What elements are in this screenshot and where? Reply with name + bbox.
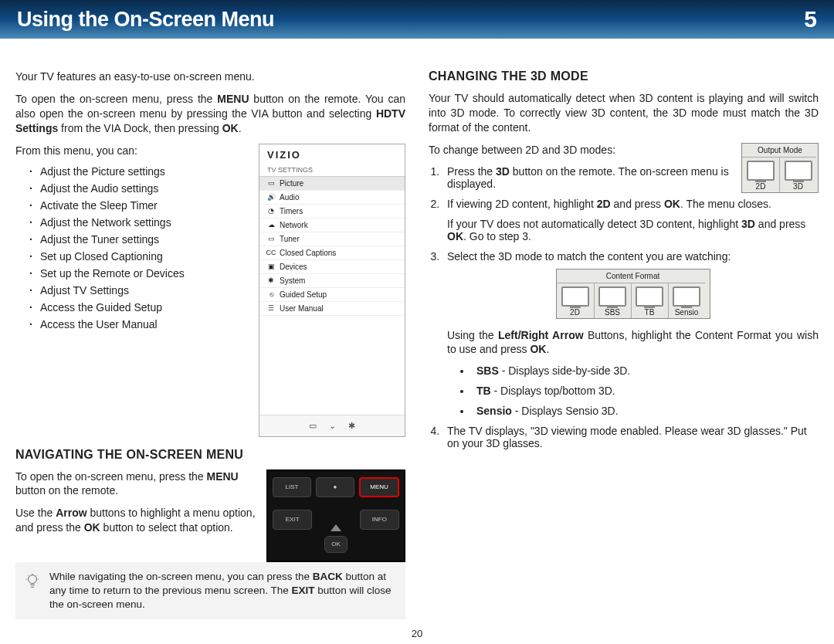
chapter-number: 5 (804, 6, 817, 32)
list-item: Activate the Sleep Timer (29, 199, 405, 212)
vizio-footer: ▭ ⌄ ✱ (259, 415, 405, 436)
remote-illustration: LIST ● MENU EXIT INFO OK (266, 469, 405, 562)
tv-icon (561, 286, 589, 307)
format-descriptions: SBS - Displays side-by-side 3D. TB - Dis… (447, 364, 819, 417)
lightbulb-icon (23, 571, 42, 590)
intro-text: Your TV features an easy-to-use on-scree… (15, 69, 405, 84)
using-arrows: Using the Left/Right Arrow Buttons, high… (447, 328, 819, 358)
list-item: Sensio - Displays Sensio 3D. (472, 405, 819, 417)
step-3: Select the 3D mode to match the content … (442, 250, 819, 418)
format-sbs: SBS (594, 283, 631, 318)
remote-up-arrow-icon (331, 524, 341, 531)
footer-wide-icon: ▭ (309, 421, 317, 431)
remote-rec-button: ● (316, 477, 354, 497)
list-item: Set up Closed Captioning (29, 250, 405, 263)
tv-icon (785, 161, 812, 181)
output-mode-title: Output Mode (742, 144, 818, 157)
format-sensio: Sensio (668, 283, 705, 318)
3d-intro: Your TV should automatically detect when… (429, 91, 819, 135)
list-item: Adjust the Network settings (29, 216, 405, 229)
list-item: Adjust TV Settings (29, 284, 405, 297)
list-item: Access the User Manual (29, 318, 405, 330)
list-item: SBS - Displays side-by-side 3D. (472, 364, 819, 377)
format-2d: 2D (557, 283, 594, 318)
left-column: Your TV features an easy-to-use on-scree… (15, 69, 405, 619)
right-column: CHANGING THE 3D MODE Your TV should auto… (429, 69, 819, 619)
remote-exit-button: EXIT (273, 510, 312, 530)
tv-icon (598, 286, 626, 307)
tv-icon (747, 161, 775, 181)
output-mode-3d: 3D (779, 157, 816, 192)
open-menu-text: To open the on-screen menu, press the ME… (15, 92, 405, 136)
output-mode-2d: 2D (742, 157, 779, 192)
remote-list-button: LIST (273, 477, 311, 497)
tv-icon (636, 286, 663, 307)
list-item: Set up the Remote or Devices (29, 267, 405, 280)
steps-list: Press the 3D button on the remote. The o… (429, 165, 819, 450)
remote-ok-button: OK (324, 536, 348, 553)
format-tb: TB (631, 283, 668, 318)
content-format-title: Content Format (557, 269, 710, 283)
list-item: TB - Displays top/bottom 3D. (472, 385, 819, 397)
svg-point-0 (29, 575, 37, 583)
list-item: Adjust the Audio settings (29, 182, 405, 195)
page-title: Using the On-Screen Menu (17, 8, 274, 32)
page-number: 20 (0, 628, 834, 639)
footer-gear-icon: ✱ (348, 421, 355, 431)
tip-box: While navigating the on-screen menu, you… (15, 562, 405, 620)
output-mode-illustration: Output Mode 2D 3D (741, 143, 819, 193)
content-format-illustration: Content Format 2D SBS TB Sensio (556, 269, 710, 319)
remote-info-button: INFO (360, 510, 399, 530)
footer-down-icon: ⌄ (329, 421, 336, 431)
page-header: Using the On-Screen Menu 5 (0, 0, 834, 39)
list-item: Adjust the Tuner settings (29, 233, 405, 246)
page-content: Your TV features an easy-to-use on-scree… (0, 39, 834, 627)
step-2: If viewing 2D content, highlight 2D and … (442, 198, 819, 242)
list-item: Adjust the Picture settings (29, 165, 405, 178)
list-item: Access the Guided Setup (29, 301, 405, 314)
nav-heading: NAVIGATING THE ON-SCREEN MENU (15, 448, 405, 462)
remote-menu-button: MENU (359, 477, 399, 497)
vizio-logo: VIZIO (259, 144, 405, 164)
tv-icon (673, 286, 700, 307)
3d-heading: CHANGING THE 3D MODE (429, 69, 819, 83)
step-4: The TV displays, "3D viewing mode enable… (442, 425, 819, 449)
